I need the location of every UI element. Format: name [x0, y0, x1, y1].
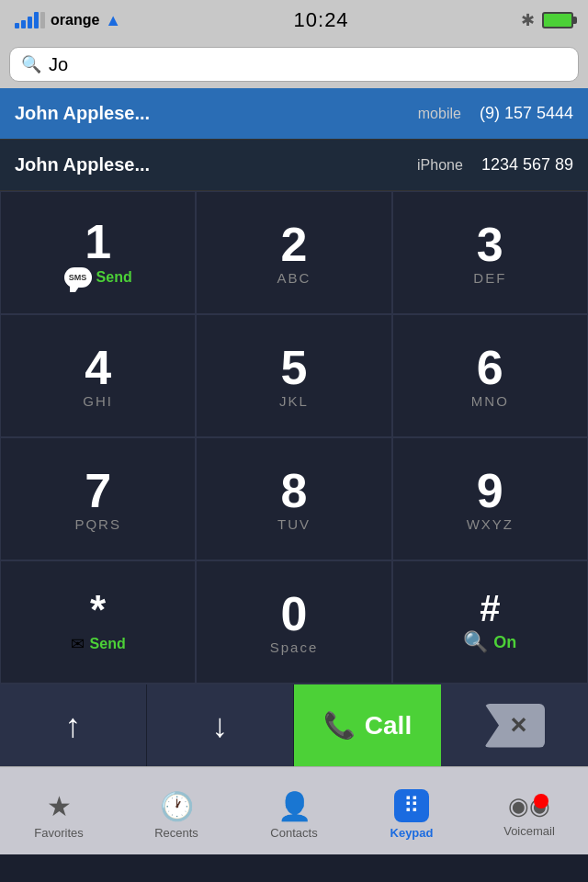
search-field-wrapper[interactable]: 🔍 Jo — [9, 47, 579, 82]
sms-bubble-icon: SMS — [64, 267, 92, 288]
tab-voicemail[interactable]: ◉◉ Voicemail — [470, 785, 588, 838]
hash-on-label: On — [493, 633, 516, 652]
favorites-icon: ★ — [47, 790, 72, 822]
keypad-icon: ⠿ — [403, 793, 420, 818]
bluetooth-icon: ✱ — [521, 10, 535, 30]
dial-key-6[interactable]: 6 MNO — [392, 314, 588, 437]
dial-3-letters: DEF — [473, 270, 506, 286]
suggestion-row-1[interactable]: John Applese... mobile (9) 157 5444 — [0, 88, 588, 140]
dial-key-7[interactable]: 7 PQRS — [0, 437, 196, 560]
dial-key-4[interactable]: 4 GHI — [0, 314, 196, 437]
dial-key-star[interactable]: * ✉ Send — [0, 560, 196, 684]
voicemail-icon-wrapper: ◉◉ — [508, 792, 550, 820]
signal-strength — [15, 12, 45, 28]
up-arrow-icon: ↑ — [65, 707, 82, 745]
suggestion-1-name: John Applese... — [15, 103, 418, 124]
contacts-label: Contacts — [270, 826, 317, 840]
suggestion-2-name: John Applese... — [15, 154, 417, 175]
suggestion-2-number: 1234 567 89 — [481, 155, 573, 175]
suggestion-row-2[interactable]: John Applese... iPhone 1234 567 89 — [0, 140, 588, 191]
suggestion-1-number: (9) 157 5444 — [480, 104, 573, 123]
sms-label: Send — [96, 269, 132, 286]
dial-key-5[interactable]: 5 JKL — [196, 314, 391, 437]
contacts-icon: 👤 — [277, 790, 311, 822]
search-input[interactable]: Jo — [49, 54, 68, 75]
call-button[interactable]: 📞 Call — [294, 684, 441, 766]
wifi-icon: ▲ — [105, 11, 121, 30]
tab-favorites[interactable]: ★ Favorites — [0, 783, 118, 840]
dial-key-1[interactable]: 1 SMS Send — [0, 191, 196, 314]
dial-key-0[interactable]: 0 Space — [196, 560, 391, 684]
dial-5-letters: JKL — [279, 393, 309, 409]
battery-icon — [542, 12, 573, 28]
status-bar: orange ▲ 10:24 ✱ — [0, 0, 588, 40]
recents-icon: 🕐 — [160, 790, 194, 822]
dial-key-8[interactable]: 8 TUV — [196, 437, 391, 560]
dial-key-hash[interactable]: # 🔍 On — [392, 560, 588, 684]
keypad-label: Keypad — [390, 826, 434, 840]
recents-label: Recents — [154, 826, 198, 840]
voicemail-label: Voicemail — [503, 824, 555, 838]
search-bar: 🔍 Jo — [0, 40, 588, 88]
tab-keypad[interactable]: ⠿ Keypad — [353, 782, 470, 840]
dialpad: 1 SMS Send 2 ABC 3 DEF 4 GHI 5 JKL 6 MNO… — [0, 191, 588, 684]
action-bar: ↑ ↓ 📞 Call ✕ — [0, 684, 588, 766]
delete-icon: ✕ — [484, 704, 545, 748]
carrier-label: orange — [51, 12, 99, 28]
favorites-label: Favorites — [34, 826, 83, 840]
dial-0-letters: Space — [270, 639, 319, 655]
dial-8-letters: TUV — [277, 516, 311, 532]
scroll-down-button[interactable]: ↓ — [147, 684, 294, 766]
dial-4-letters: GHI — [83, 393, 113, 409]
dial-7-letters: PQRS — [74, 516, 121, 532]
suggestion-2-type: iPhone — [417, 157, 463, 174]
dial-key-9[interactable]: 9 WXYZ — [392, 437, 588, 560]
voicemail-badge — [534, 794, 548, 808]
call-label: Call — [365, 711, 412, 741]
dial-2-letters: ABC — [277, 270, 311, 286]
delete-button[interactable]: ✕ — [441, 684, 588, 766]
dial-9-letters: WXYZ — [467, 516, 514, 532]
clock: 10:24 — [294, 8, 349, 32]
suggestion-1-type: mobile — [418, 106, 461, 122]
tab-contacts[interactable]: 👤 Contacts — [235, 783, 353, 840]
tab-bar: ★ Favorites 🕐 Recents 👤 Contacts ⠿ Keypa… — [0, 766, 588, 854]
tab-recents[interactable]: 🕐 Recents — [118, 783, 235, 840]
phone-icon: 📞 — [323, 710, 356, 741]
search-on-icon: 🔍 — [463, 630, 488, 654]
dial-6-letters: MNO — [471, 393, 509, 409]
search-icon: 🔍 — [21, 54, 41, 74]
dial-key-3[interactable]: 3 DEF — [392, 191, 588, 314]
scroll-up-button[interactable]: ↑ — [0, 684, 147, 766]
down-arrow-icon: ↓ — [212, 707, 229, 745]
dial-key-2[interactable]: 2 ABC — [196, 191, 391, 314]
star-send-label: Send — [90, 636, 126, 652]
